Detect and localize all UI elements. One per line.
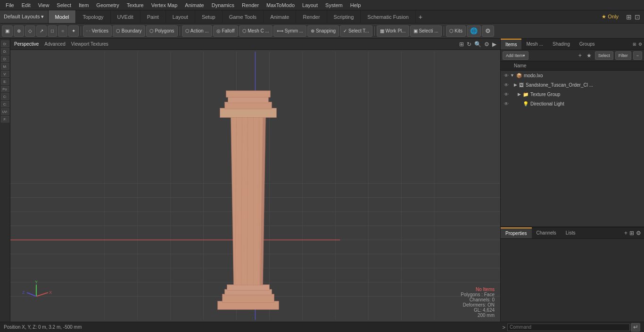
viewport-expand-icon[interactable]: ⊞	[459, 41, 464, 48]
mesh-c-button[interactable]: ⬡ Mesh C ...	[239, 25, 272, 37]
snapping-button[interactable]: ⊕ Snapping	[307, 25, 339, 37]
left-tool-c2[interactable]: C:	[1, 101, 9, 107]
items-tab-groups[interactable]: Groups	[575, 39, 600, 49]
kits-button[interactable]: ⬡ Kits	[446, 25, 466, 37]
viewport-more-icon[interactable]: ▶	[492, 41, 496, 48]
props-tab-lists[interactable]: Lists	[561, 227, 580, 238]
left-tool-uv[interactable]: UV:	[1, 108, 9, 115]
tool-button-3[interactable]: □	[48, 25, 57, 37]
viewport-tab-advanced[interactable]: Advanced	[44, 41, 65, 47]
viewport-search-icon[interactable]: 🔍	[474, 41, 481, 48]
items-toolbar-star[interactable]: ★	[585, 52, 593, 59]
menu-select[interactable]: Select	[53, 2, 75, 8]
tab-setup[interactable]: Setup	[195, 10, 223, 23]
items-tab-items[interactable]: Items	[501, 39, 521, 49]
tool-button-5[interactable]: ✦	[68, 25, 79, 37]
menu-maxtomodo[interactable]: MaxToModo	[263, 2, 298, 8]
viewport-tab-perspective[interactable]: Perspective	[14, 41, 39, 47]
viewport-refresh-icon[interactable]: ↻	[467, 41, 471, 48]
props-settings-button[interactable]: ⚙	[636, 230, 641, 236]
left-tool-c1[interactable]: C:	[1, 93, 9, 100]
star-only-label[interactable]: ★ Only	[598, 14, 622, 20]
command-input[interactable]	[507, 324, 630, 331]
tab-paint[interactable]: Paint	[140, 10, 166, 23]
add-item-button[interactable]: Add Item ▾	[503, 51, 528, 60]
settings-button[interactable]: ⚙	[482, 25, 494, 37]
menu-system[interactable]: System	[322, 2, 347, 8]
items-select-button[interactable]: Select	[595, 51, 613, 60]
visibility-icon-texture-group[interactable]: 👁	[503, 90, 510, 98]
tab-scripting[interactable]: Scripting	[327, 10, 361, 23]
left-tool-e[interactable]: E:	[1, 78, 9, 85]
menu-geometry[interactable]: Geometry	[92, 2, 123, 8]
items-tab-mesh[interactable]: Mesh ...	[521, 39, 548, 49]
item-row-directional-light[interactable]: 👁 ▶ 💡 Directional Light	[501, 99, 644, 108]
left-tool-v[interactable]: V:	[1, 71, 9, 77]
tab-animate[interactable]: Animate	[264, 10, 296, 23]
menu-help[interactable]: Help	[347, 2, 365, 8]
tab-topology[interactable]: Topology	[76, 10, 110, 23]
viewport-icon-1[interactable]: ⊞	[626, 13, 632, 21]
select-t-button[interactable]: ✓ Select T...	[340, 25, 372, 37]
menu-vertexmap[interactable]: Vertex Map	[148, 2, 182, 8]
tab-gametools[interactable]: Game Tools	[223, 10, 264, 23]
items-tab-shading[interactable]: Shading	[548, 39, 575, 49]
expand-arrow-modo-lxo[interactable]: ▼	[510, 73, 514, 78]
tab-render[interactable]: Render	[296, 10, 327, 23]
props-tab-properties[interactable]: Properties	[501, 227, 532, 238]
items-filter-button[interactable]: Filter	[615, 51, 631, 60]
polygons-button[interactable]: ⬡ Polygons	[146, 25, 178, 37]
items-expand-button[interactable]: ⊞	[633, 42, 636, 47]
menu-edit[interactable]: Edit	[18, 2, 34, 8]
expand-arrow-sandstone[interactable]: ▶	[514, 82, 517, 87]
menu-render[interactable]: Render	[238, 2, 263, 8]
symm-button[interactable]: ⟺ Symm ...	[273, 25, 306, 37]
left-tool-d1[interactable]: D:	[1, 40, 9, 47]
vertices-button[interactable]: · · Vertices	[83, 25, 112, 37]
tab-model[interactable]: Model	[49, 10, 76, 23]
menu-animate[interactable]: Animate	[181, 2, 207, 8]
menu-texture[interactable]: Texture	[123, 2, 148, 8]
select-mode-button[interactable]: ▣	[2, 25, 13, 37]
selecti-button[interactable]: ▣ Selecti ...	[410, 25, 442, 37]
menu-view[interactable]: View	[34, 2, 53, 8]
item-row-sandstone[interactable]: 👁 ▶ 🖼 Sandstone_Tuscan_Order_Cl ...	[501, 80, 644, 89]
boundary-button[interactable]: ⬡ ⬡ BoundaryBoundary	[113, 25, 145, 37]
world-button[interactable]: ⊕	[14, 25, 24, 37]
menu-file[interactable]: File	[2, 2, 18, 8]
props-expand-button[interactable]: ⊞	[629, 230, 634, 236]
item-row-texture-group[interactable]: 👁 ▶ 📁 Texture Group	[501, 89, 644, 99]
tool-button-1[interactable]: ◇	[25, 25, 35, 37]
items-minus-button[interactable]: −	[633, 51, 642, 60]
command-submit-button[interactable]: ↵	[631, 323, 640, 332]
props-tab-channels[interactable]: Channels	[532, 227, 561, 238]
menu-dynamics[interactable]: Dynamics	[208, 2, 238, 8]
tab-layout[interactable]: Layout	[166, 10, 195, 23]
action-button[interactable]: ⬡ Action ...	[182, 25, 212, 37]
tool-button-4[interactable]: ○	[58, 25, 67, 37]
expand-arrow-texture-group[interactable]: ▶	[518, 92, 521, 97]
props-plus-button[interactable]: +	[624, 230, 627, 236]
falloff-button[interactable]: ◎ Falloff	[213, 25, 238, 37]
default-layouts-dropdown[interactable]: Default Layouts ▾	[0, 10, 49, 23]
add-layout-button[interactable]: +	[416, 13, 425, 21]
menu-layout[interactable]: Layout	[298, 2, 322, 8]
viewport-settings-icon[interactable]: ⚙	[484, 41, 489, 48]
left-tool-f[interactable]: F:	[1, 116, 9, 122]
tool-button-2[interactable]: ↗	[36, 25, 47, 37]
items-settings-button[interactable]: ⚙	[638, 42, 642, 47]
left-tool-m[interactable]: M:	[1, 63, 9, 70]
visibility-icon-sandstone[interactable]: 👁	[503, 81, 510, 89]
viewport-tab-textures[interactable]: Viewport Textures	[71, 41, 108, 47]
item-row-modo-lxo[interactable]: 👁 ▼ 📦 modo.lxo	[501, 71, 644, 80]
menu-item[interactable]: Item	[75, 2, 92, 8]
viewport-icon-2[interactable]: ⊡	[635, 13, 640, 21]
tab-schematicfusion[interactable]: Schematic Fusion	[361, 10, 415, 23]
globe-button[interactable]: 🌐	[467, 25, 481, 37]
work-pl-button[interactable]: ▦ Work Pl...	[377, 25, 409, 37]
visibility-icon-modo-lxo[interactable]: 👁	[503, 72, 510, 79]
viewport-3d[interactable]: X Y Z No Items Polygons : Face Channels:…	[10, 50, 500, 322]
tab-uvedit[interactable]: UVEdit	[111, 10, 140, 23]
left-tool-d2[interactable]: D:	[1, 48, 9, 55]
left-tool-d3[interactable]: D:	[1, 56, 9, 62]
